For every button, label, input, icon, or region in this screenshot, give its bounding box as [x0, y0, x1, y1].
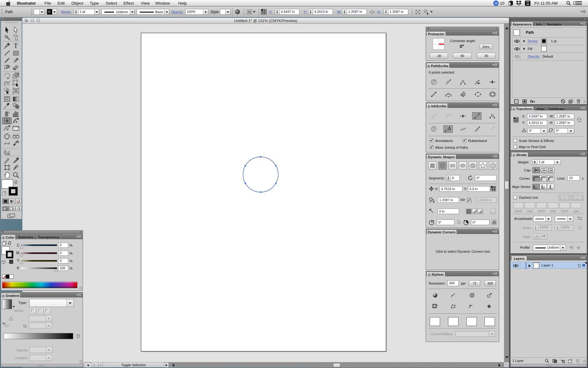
svg-text:T: T: [14, 42, 18, 49]
